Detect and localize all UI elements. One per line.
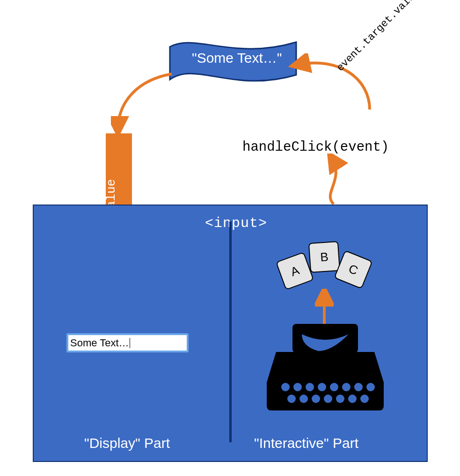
svg-point-4	[318, 383, 326, 391]
handler-label: handleClick(event)	[242, 139, 389, 155]
svg-point-1	[281, 383, 290, 391]
svg-point-15	[360, 395, 369, 403]
svg-point-3	[306, 383, 314, 391]
typewriter-icon	[267, 324, 384, 410]
arrow-keys-to-handler	[320, 154, 348, 207]
keycap-b: B	[308, 241, 340, 273]
event-target-value-label: event.target.value	[335, 0, 422, 74]
flag-text: "Some Text…"	[192, 50, 282, 66]
arrow-flag-to-prop	[111, 70, 186, 136]
svg-point-9	[287, 395, 296, 403]
interactive-part-label: "Interactive" Part	[254, 435, 358, 451]
diagram-root: "Some Text…" event.target.value handleCl…	[0, 0, 460, 476]
input-value-text: Some Text…	[70, 337, 129, 349]
svg-point-14	[348, 395, 357, 403]
arrow-keyboard-to-keys	[315, 289, 334, 329]
svg-point-2	[293, 383, 302, 391]
svg-point-5	[330, 383, 338, 391]
svg-point-6	[342, 383, 350, 391]
svg-point-13	[336, 395, 344, 403]
svg-point-12	[324, 395, 332, 403]
rendered-input-field[interactable]: Some Text…	[66, 333, 189, 352]
center-divider	[229, 221, 232, 442]
svg-point-8	[366, 383, 375, 391]
svg-point-11	[312, 395, 320, 403]
svg-point-7	[354, 383, 363, 391]
display-part-label: "Display" Part	[84, 435, 170, 451]
arrow-handler-to-flag	[288, 53, 377, 114]
input-tag-label: <input>	[205, 215, 267, 231]
text-cursor	[130, 338, 130, 348]
svg-point-10	[299, 395, 308, 403]
